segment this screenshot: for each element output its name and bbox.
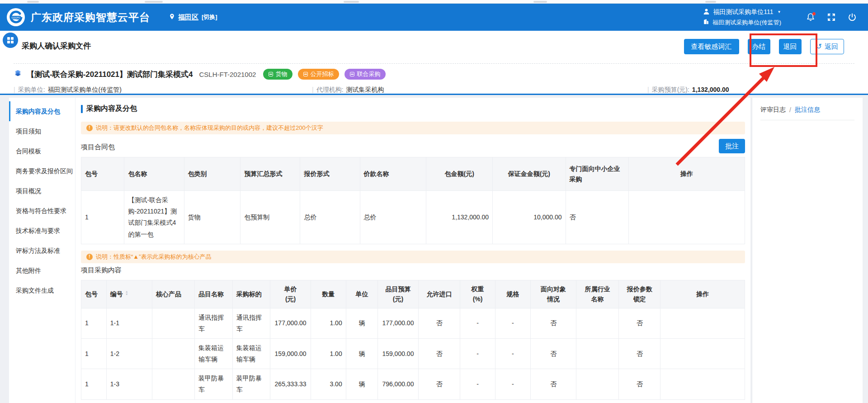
- sidebar-item[interactable]: 评标方法及标准: [9, 241, 75, 261]
- table-header-row: 包号编号核心产品品目名称采购标的单价 (元)数量单位品目预算 (元)允许进口权重…: [81, 280, 745, 308]
- column-header: 采购标的: [232, 280, 270, 308]
- table-cell: 辆: [346, 369, 377, 399]
- user-name: 福田测试采购单位111: [713, 8, 773, 16]
- purchaser-label: 采购单位:: [18, 86, 45, 94]
- sidebar-item[interactable]: 技术标准与要求: [9, 221, 75, 241]
- table-row: 11-3装甲防暴车装甲防暴车265,333.333.00辆796,000.00否…: [81, 369, 745, 399]
- current-district-link[interactable]: 福田区: [178, 13, 198, 22]
- sidebar-item[interactable]: 资格与符合性要求: [9, 201, 75, 221]
- fullscreen-icon[interactable]: [826, 12, 836, 22]
- notification-badge-dot: [812, 12, 816, 15]
- table-cell: 否: [618, 338, 660, 369]
- info-icon: !: [86, 254, 93, 260]
- project-tag: 联合采购: [344, 69, 386, 80]
- complete-button[interactable]: 办结: [748, 39, 770, 54]
- table-cell: 265,333.33: [270, 369, 311, 399]
- user-account-menu[interactable]: 福田测试采购单位111 ▼: [703, 8, 781, 16]
- table-cell: [576, 308, 619, 338]
- project-tags: 货物公开招标联合采购: [263, 69, 386, 80]
- sidebar-item[interactable]: 项目须知: [9, 121, 75, 141]
- column-header: 操作: [660, 280, 745, 308]
- joint-purchase-icon: [350, 72, 354, 76]
- table-cell: 1-3: [106, 369, 152, 399]
- procurement-content-table: 包号编号核心产品品目名称采购标的单价 (元)数量单位品目预算 (元)允许进口权重…: [81, 280, 745, 400]
- project-tag: 公开招标: [298, 69, 339, 80]
- table-cell: [576, 338, 619, 369]
- annotate-button[interactable]: 批注: [719, 139, 745, 153]
- svg-text:GDGPO: GDGPO: [11, 16, 20, 19]
- table-cell: 辆: [346, 308, 377, 338]
- project-tag: 货物: [263, 69, 292, 80]
- table-cell: 辆: [346, 338, 377, 369]
- column-header: 单价 (元): [270, 280, 311, 308]
- table-cell: 通讯指挥车: [195, 308, 233, 338]
- column-header: 报价形式: [300, 157, 360, 191]
- table-cell: 否: [530, 369, 576, 399]
- sidebar-item[interactable]: 项目概况: [9, 181, 75, 201]
- column-header: 包号: [81, 280, 107, 308]
- power-logout-icon[interactable]: [847, 12, 857, 22]
- divider: [14, 63, 854, 64]
- view-sensitive-words-button[interactable]: 查看敏感词汇: [684, 39, 739, 54]
- switch-district-button[interactable]: [切换]: [202, 13, 217, 21]
- table-cell: 1.00: [311, 338, 346, 369]
- grid-badge-icon[interactable]: [3, 33, 18, 48]
- back-button[interactable]: ↺ 返回: [810, 39, 844, 54]
- table-cell: [660, 338, 745, 369]
- project-info-row: | 采购单位: 福田测试采购单位(传监管) | 代理机构: 测试集采机构 | 采…: [0, 86, 868, 95]
- goods-icon: [269, 72, 273, 76]
- sidebar-nav: 采购内容及分包项目须知合同模板商务要求及报价区间项目概况资格与符合性要求技术标准…: [9, 98, 75, 403]
- sidebar-item[interactable]: 采购文件生成: [9, 280, 75, 300]
- column-header: 价款名称: [360, 157, 426, 191]
- column-header: 品目名称: [195, 280, 233, 308]
- column-header: 报价参数 锁定: [618, 280, 660, 308]
- table-row: 11-2集装箱运输车辆集装箱运输车辆159,000.001.00辆159,000…: [81, 338, 745, 369]
- column-header: 允许进口: [418, 280, 460, 308]
- table-cell: 否: [418, 338, 460, 369]
- open-bid-icon: [303, 72, 308, 76]
- table-cell: 装甲防暴车: [195, 369, 233, 399]
- table-cell: 1.00: [311, 308, 346, 338]
- table-cell: 否: [618, 369, 660, 399]
- tab-review-log[interactable]: 评审日志: [760, 106, 786, 114]
- table-cell: [152, 338, 195, 369]
- platform-logo-icon: GDGPO: [6, 8, 25, 27]
- table-cell: 否: [530, 338, 576, 369]
- table-cell: -: [460, 338, 495, 369]
- sidebar-item[interactable]: 采购内容及分包: [9, 101, 75, 121]
- sidebar-item[interactable]: 商务要求及报价区间: [9, 161, 75, 181]
- table-cell: [660, 308, 745, 338]
- reject-button[interactable]: 退回: [779, 39, 802, 54]
- agency-value: 测试集采机构: [346, 86, 384, 94]
- column-header: 面向对象 情况: [530, 280, 576, 308]
- table-cell: 10,000.00: [493, 191, 566, 244]
- column-header: 专门面向中小企业 采购: [566, 157, 628, 191]
- user-org: 福田测试采购单位(传监管): [703, 19, 781, 27]
- table-cell: 1: [81, 308, 107, 338]
- column-header: 所属行业 名称: [576, 280, 619, 308]
- table-cell: [152, 369, 195, 399]
- sidebar-item[interactable]: 其他附件: [9, 261, 75, 280]
- table-cell: 包预算制: [241, 191, 300, 244]
- table-cell: 3.00: [311, 369, 346, 399]
- sidebar-item[interactable]: 合同模板: [9, 141, 75, 161]
- column-header: 保证金金额(元): [493, 157, 566, 191]
- table-cell: 【测试-联合采购-20211021】测试部门集采模式4的第一包: [124, 191, 184, 244]
- table-cell: 177,000.00: [270, 308, 311, 338]
- tag-label: 联合采购: [357, 70, 380, 78]
- table-cell: 通讯指挥车: [232, 308, 270, 338]
- user-icon: [703, 8, 710, 16]
- contract-table-title: 项目合同包: [81, 143, 115, 153]
- table-cell: 总价: [300, 191, 360, 244]
- table-cell: [629, 191, 745, 244]
- column-header: 品目预算 (元): [378, 280, 419, 308]
- back-icon: ↺: [816, 43, 822, 50]
- tab-annotation-info[interactable]: 批注信息: [795, 106, 820, 114]
- table-cell: 159,000.00: [378, 338, 419, 369]
- column-header: 包号: [81, 157, 124, 191]
- notifications-bell-icon[interactable]: [806, 12, 816, 22]
- column-header: 操作: [629, 157, 745, 191]
- app-screen: GDGPO 广东政府采购智慧云平台 福田区 [切换] 福田测试采购单位111 ▼: [0, 0, 868, 403]
- page-header: 采购人确认采购文件 查看敏感词汇 办结 退回 ↺ 返回 【测试-联合采购-202…: [0, 31, 868, 95]
- info-icon: !: [86, 125, 93, 131]
